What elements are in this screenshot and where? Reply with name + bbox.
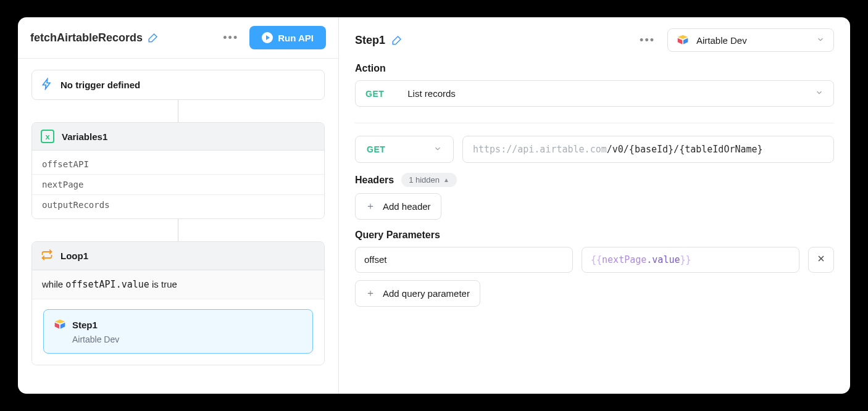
chevron-up-icon: ▲ (443, 176, 449, 183)
request-row: GET https://api.airtable.com/v0/{baseId}… (339, 123, 850, 167)
query-param-value-input[interactable]: {{nextPage.value}} (582, 247, 799, 273)
variables-icon: x (41, 130, 54, 143)
headers-label: Headers 1 hidden ▲ (355, 173, 834, 187)
resource-label: Airtable Dev (696, 35, 747, 46)
variables-block[interactable]: x Variables1 offsetAPI nextPage outputRe… (31, 122, 325, 219)
token-dot: . (646, 254, 652, 265)
loop-block[interactable]: Loop1 while offsetAPI.value is true Step… (31, 241, 325, 365)
step-name: Step1 (72, 320, 98, 330)
step-card-head: Step1 (54, 318, 303, 331)
add-query-param-button[interactable]: ＋ Add query parameter (355, 280, 480, 307)
chevron-down-icon (815, 88, 824, 99)
plus-icon: ＋ (365, 287, 375, 300)
token-obj: nextPage (602, 254, 646, 265)
variables-header: x Variables1 (32, 123, 324, 151)
edit-icon[interactable] (391, 35, 403, 46)
chevron-down-icon (433, 144, 442, 155)
add-header-button[interactable]: ＋ Add header (355, 193, 441, 220)
workflow-header: fetchAirtableRecords ••• Run API (18, 17, 338, 59)
loop-header: Loop1 (32, 242, 324, 270)
variable-item[interactable]: nextPage (32, 174, 324, 194)
loop-condition: while offsetAPI.value is true (32, 270, 324, 299)
action-name: List records (407, 88, 456, 99)
hidden-headers-toggle[interactable]: 1 hidden ▲ (401, 173, 457, 187)
qp-key-text: offset (364, 254, 386, 265)
connector-line (178, 100, 178, 122)
loop-icon (41, 249, 53, 263)
run-api-button[interactable]: Run API (249, 26, 326, 49)
variables-title: Variables1 (62, 131, 107, 142)
airtable-icon (677, 34, 689, 46)
airtable-icon (54, 318, 66, 331)
hidden-badge-text: 1 hidden (409, 175, 440, 185)
bolt-icon (41, 78, 53, 92)
headers-label-text: Headers (355, 175, 394, 186)
action-section: Action GET List records (339, 57, 850, 110)
plus-icon: ＋ (365, 200, 375, 213)
url-input[interactable]: https://api.airtable.com/v0/{baseId}/{ta… (462, 136, 834, 163)
app-window: fetchAirtableRecords ••• Run API No trig… (18, 17, 850, 394)
token-prop: value (652, 254, 680, 265)
action-select[interactable]: GET List records (355, 80, 834, 107)
query-param-row: offset {{nextPage.value}} (355, 247, 834, 273)
url-base: https://api.airtable.com (473, 144, 607, 155)
variable-item[interactable]: outputRecords (32, 194, 324, 215)
add-query-param-label: Add query parameter (383, 288, 470, 299)
action-label: Action (355, 63, 834, 74)
edit-icon[interactable] (148, 32, 159, 43)
trigger-block[interactable]: No trigger defined (31, 70, 325, 100)
variables-body: offsetAPI nextPage outputRecords (32, 151, 324, 218)
step-title: Step1 (355, 34, 385, 47)
close-icon (816, 254, 826, 267)
brace-open: {{ (591, 254, 602, 265)
workflow-more-menu[interactable]: ••• (217, 28, 244, 48)
url-path: /v0/{baseId}/{tableIdOrName} (607, 144, 763, 155)
run-api-label: Run API (278, 33, 314, 43)
loop-body: Step1 Airtable Dev (32, 299, 324, 365)
workflow-name: fetchAirtableRecords (30, 31, 143, 44)
chevron-down-icon (816, 35, 825, 46)
request-method: GET (367, 144, 385, 154)
step-header: Step1 ••• Airtable Dev (339, 17, 850, 57)
query-param-key-input[interactable]: offset (355, 247, 573, 273)
loop-while-label: while (42, 279, 65, 289)
workflow-body: No trigger defined x Variables1 offsetAP… (18, 59, 338, 376)
add-header-label: Add header (383, 201, 431, 212)
play-icon (262, 32, 273, 43)
loop-title: Loop1 (61, 251, 88, 261)
delete-query-param-button[interactable] (808, 247, 834, 273)
query-params-section: Query Parameters offset {{nextPage.value… (339, 223, 850, 310)
step-detail-panel: Step1 ••• Airtable Dev Action GET List r… (339, 17, 850, 394)
trigger-text: No trigger defined (61, 80, 140, 90)
variable-item[interactable]: offsetAPI (32, 154, 324, 174)
loop-is-true-label: is true (149, 279, 177, 289)
brace-close: }} (680, 254, 691, 265)
workflow-panel: fetchAirtableRecords ••• Run API No trig… (18, 17, 339, 394)
step-card[interactable]: Step1 Airtable Dev (43, 309, 313, 354)
step-resource: Airtable Dev (72, 334, 303, 344)
action-method: GET (365, 89, 384, 99)
connector-line (178, 219, 178, 241)
headers-section: Headers 1 hidden ▲ ＋ Add header (339, 167, 850, 223)
step-more-menu[interactable]: ••• (633, 30, 661, 51)
resource-select[interactable]: Airtable Dev (667, 28, 834, 52)
method-select[interactable]: GET (355, 136, 454, 163)
query-params-label: Query Parameters (355, 230, 834, 241)
loop-condition-code: offsetAPI.value (65, 279, 149, 290)
